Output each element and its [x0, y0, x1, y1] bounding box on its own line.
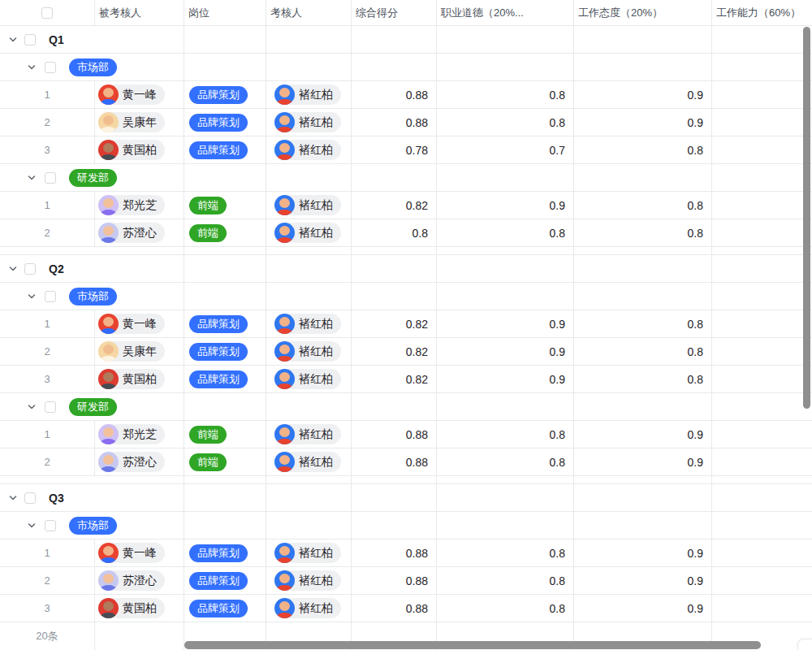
assessee-chip[interactable]: 吴康年: [98, 341, 165, 362]
chevron-down-icon[interactable]: [27, 402, 37, 412]
position-tag[interactable]: 品牌策划: [189, 86, 248, 104]
assessee-chip[interactable]: 黄国柏: [98, 140, 165, 160]
table-row[interactable]: 1郑光芝前端褚红柏0.820.90.8: [0, 192, 812, 219]
position-tag[interactable]: 前端: [189, 197, 227, 214]
position-cell: 前端: [184, 448, 266, 475]
avatar-face: [103, 427, 114, 437]
position-tag[interactable]: 品牌策划: [189, 315, 248, 333]
row-checkbox[interactable]: [41, 7, 53, 19]
table-row[interactable]: 2苏澄心前端褚红柏0.880.80.9: [0, 448, 812, 476]
table-row[interactable]: 1黄一峰品牌策划褚红柏0.820.90.8: [0, 310, 812, 338]
dept-group-row: 市场部: [0, 54, 812, 81]
chevron-down-icon[interactable]: [27, 292, 37, 301]
dept-tag[interactable]: 市场部: [69, 517, 117, 535]
table-row[interactable]: 1黄一峰品牌策划褚红柏0.880.80.9: [0, 540, 812, 567]
assessor-chip[interactable]: 褚红柏: [274, 424, 341, 444]
position-tag[interactable]: 品牌策划: [189, 600, 248, 618]
position-tag[interactable]: 前端: [189, 426, 227, 444]
row-checkbox[interactable]: [24, 263, 36, 275]
assessee-chip[interactable]: 吴康年: [98, 112, 165, 132]
position-tag[interactable]: 前端: [189, 224, 227, 242]
chevron-down-icon[interactable]: [8, 35, 18, 45]
score-value: 0.7: [550, 144, 565, 157]
assessee-chip[interactable]: 郑光芝: [98, 195, 165, 215]
table-row[interactable]: 2苏澄心前端褚红柏0.80.80.8: [0, 219, 812, 247]
assessee-chip[interactable]: 苏澄心: [98, 223, 165, 243]
row-index-cell: 1: [0, 81, 95, 108]
row-checkbox[interactable]: [45, 172, 56, 184]
position-tag[interactable]: 品牌策划: [189, 370, 248, 388]
assessor-chip[interactable]: 褚红柏: [274, 314, 341, 334]
assessor-chip[interactable]: 褚红柏: [274, 543, 341, 563]
dept-tag[interactable]: 市场部: [69, 288, 117, 306]
assessor-chip[interactable]: 褚红柏: [274, 570, 341, 591]
assessor-chip[interactable]: 褚红柏: [274, 112, 341, 132]
column-header-assessor[interactable]: 考核人: [266, 0, 352, 25]
table-row[interactable]: 2吴康年品牌策划褚红柏0.820.90.8: [0, 338, 812, 366]
score-cell-overall: 0.88: [352, 595, 437, 622]
empty-cell: [712, 26, 812, 53]
assessee-chip[interactable]: 黄国柏: [98, 369, 165, 389]
assessor-chip[interactable]: 褚红柏: [274, 195, 341, 215]
position-tag[interactable]: 前端: [189, 453, 227, 471]
assessor-chip[interactable]: 褚红柏: [274, 223, 341, 243]
empty-cell: [437, 484, 574, 511]
column-header-attitude[interactable]: 工作态度（20%）: [574, 0, 712, 25]
chevron-down-icon[interactable]: [27, 173, 37, 183]
position-tag[interactable]: 品牌策划: [189, 572, 248, 590]
position-tag[interactable]: 品牌策划: [189, 343, 248, 361]
row-index: 2: [44, 345, 50, 358]
assessee-chip[interactable]: 黄一峰: [98, 314, 165, 334]
table-row[interactable]: 3黄国柏品牌策划褚红柏0.780.70.8: [0, 136, 812, 164]
assessee-cell: 苏澄心: [95, 219, 184, 246]
assessee-chip[interactable]: 黄一峰: [98, 84, 165, 105]
table-row[interactable]: 1黄一峰品牌策划褚红柏0.880.80.9: [0, 81, 812, 109]
dept-tag[interactable]: 市场部: [69, 58, 117, 76]
chevron-down-icon[interactable]: [27, 63, 37, 72]
table-row[interactable]: 2苏澄心品牌策划褚红柏0.880.80.9: [0, 567, 812, 595]
column-header-position[interactable]: 岗位: [184, 0, 266, 25]
assessor-chip[interactable]: 褚红柏: [274, 341, 341, 362]
column-header-assessee[interactable]: 被考核人: [95, 0, 184, 25]
avatar-face: [103, 143, 114, 153]
assessor-chip[interactable]: 褚红柏: [274, 140, 341, 160]
chevron-down-icon[interactable]: [27, 521, 37, 531]
row-checkbox[interactable]: [45, 291, 56, 302]
empty-cell: [574, 26, 712, 53]
column-header-ability[interactable]: 工作能力（60%）: [712, 0, 812, 25]
position-tag[interactable]: 品牌策划: [189, 544, 248, 562]
assessee-chip[interactable]: 黄国柏: [98, 598, 165, 618]
column-header-overall[interactable]: 综合得分: [352, 0, 437, 25]
chevron-down-icon[interactable]: [8, 493, 18, 503]
row-checkbox[interactable]: [24, 492, 36, 504]
column-header-label: 被考核人: [99, 6, 141, 20]
row-checkbox[interactable]: [45, 401, 56, 413]
table-row[interactable]: 2吴康年品牌策划褚红柏0.880.80.9: [0, 109, 812, 136]
position-tag[interactable]: 品牌策划: [189, 141, 248, 159]
empty-cell: [437, 247, 574, 254]
chevron-down-icon[interactable]: [8, 264, 18, 274]
dept-tag[interactable]: 研发部: [69, 398, 117, 416]
horizontal-scrollbar-thumb[interactable]: [184, 641, 761, 649]
table-row[interactable]: 3黄国柏品牌策划褚红柏0.880.80.9: [0, 595, 812, 622]
row-checkbox[interactable]: [45, 62, 56, 73]
assessor-chip[interactable]: 褚红柏: [274, 598, 341, 618]
row-index: 2: [44, 116, 50, 128]
column-header-ethics[interactable]: 职业道德（20%...: [437, 0, 574, 25]
assessee-chip[interactable]: 苏澄心: [98, 452, 165, 472]
row-checkbox[interactable]: [24, 34, 36, 46]
assessor-chip[interactable]: 褚红柏: [274, 369, 341, 389]
avatar-face: [279, 317, 290, 327]
dept-tag[interactable]: 研发部: [69, 169, 117, 187]
assessor-chip[interactable]: 褚红柏: [274, 84, 341, 105]
row-checkbox[interactable]: [45, 520, 56, 531]
vertical-scrollbar-thumb[interactable]: [803, 27, 810, 409]
assessee-chip[interactable]: 苏澄心: [98, 570, 165, 591]
table-row[interactable]: 1郑光芝前端褚红柏0.880.80.9: [0, 421, 812, 448]
assessee-chip[interactable]: 郑光芝: [98, 424, 165, 444]
table-row[interactable]: 3黄国柏品牌策划褚红柏0.820.90.8: [0, 366, 812, 393]
position-tag[interactable]: 品牌策划: [189, 114, 248, 132]
assessor-chip[interactable]: 褚红柏: [274, 452, 341, 472]
assessee-chip[interactable]: 黄一峰: [98, 543, 165, 563]
assessor-cell: 褚红柏: [266, 595, 352, 622]
